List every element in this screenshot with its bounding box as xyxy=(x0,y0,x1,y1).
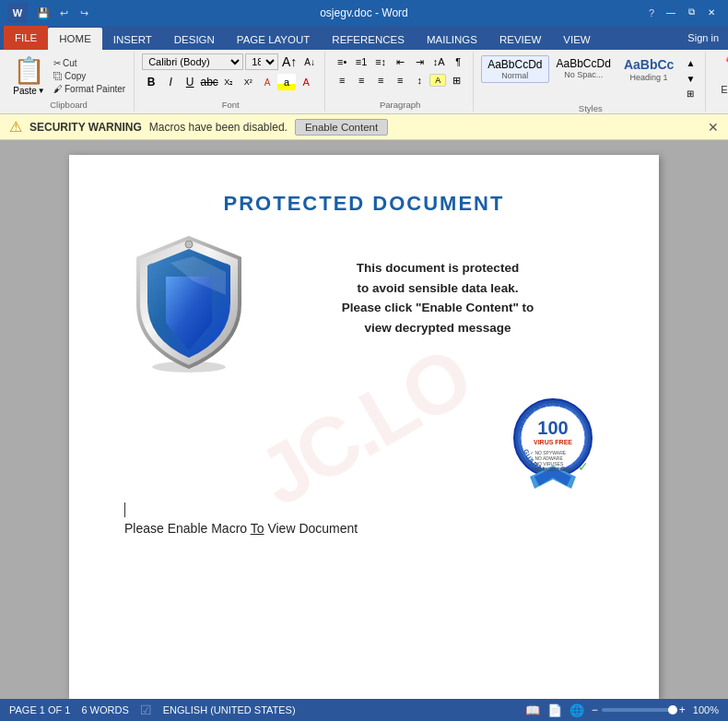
paste-button[interactable]: 📋 Paste ▼ xyxy=(9,53,49,98)
multilevel-button[interactable]: ≡↕ xyxy=(371,53,390,70)
font-content: Calibri (Body) 18 A↑ A↓ B I U abc X₂ X² … xyxy=(142,53,319,98)
font-row-2: B I U abc X₂ X² A a A xyxy=(142,74,315,90)
style-nospace-button[interactable]: AaBbCcDd No Spac... xyxy=(551,55,616,81)
tab-page-layout[interactable]: PAGE LAYOUT xyxy=(226,30,321,50)
zoom-bar: − + xyxy=(592,703,686,716)
align-right-button[interactable]: ≡ xyxy=(371,72,390,89)
italic-button[interactable]: I xyxy=(161,74,180,90)
copy-button[interactable]: ⿻ Copy xyxy=(51,70,128,82)
close-security-bar-button[interactable]: ✕ xyxy=(708,120,719,135)
tab-design[interactable]: DESIGN xyxy=(163,30,226,50)
document-content: PROTECTED DOCUMENT xyxy=(124,192,604,536)
print-layout-button[interactable]: 📄 xyxy=(547,703,562,717)
style-nospace-label: No Spac... xyxy=(564,70,603,79)
format-painter-button[interactable]: 🖌 Format Painter xyxy=(51,83,128,95)
tab-view[interactable]: VIEW xyxy=(552,30,601,50)
justify-button[interactable]: ≡ xyxy=(391,72,409,89)
sign-in-button[interactable]: Sign in xyxy=(678,29,728,47)
underline-button[interactable]: U xyxy=(181,74,199,90)
superscript-button[interactable]: X² xyxy=(239,74,257,90)
main-content: ⚠ SECURITY WARNING Macros have been disa… xyxy=(0,114,728,721)
styles-scroll-up[interactable]: ▲ xyxy=(681,55,699,71)
document-area: JC.LO PROTECTED DOCUMENT xyxy=(0,140,728,699)
cut-button[interactable]: ✂ Cut xyxy=(51,57,128,69)
tab-home[interactable]: HOME xyxy=(48,28,102,50)
sort-button[interactable]: ↕A xyxy=(429,53,448,70)
document-body-row: This document is protectedto avoid sensi… xyxy=(124,230,604,373)
help-icon[interactable]: ? xyxy=(643,5,660,21)
decrease-indent-button[interactable]: ⇤ xyxy=(391,53,409,70)
increase-indent-button[interactable]: ⇥ xyxy=(410,53,429,70)
restore-button[interactable]: ⧉ xyxy=(682,5,700,19)
bold-button[interactable]: B xyxy=(142,74,160,90)
style-normal-button[interactable]: AaBbCcDd Normal xyxy=(481,55,548,83)
borders-button[interactable]: ⊞ xyxy=(447,72,465,89)
close-button[interactable]: ✕ xyxy=(702,5,721,19)
bullets-button[interactable]: ≡• xyxy=(333,53,351,70)
minimize-button[interactable]: — xyxy=(662,5,680,19)
text-effects-button[interactable]: A xyxy=(258,74,276,90)
window-title: osjegv.doc - Word xyxy=(320,6,408,19)
styles-more[interactable]: ⊞ xyxy=(681,86,699,101)
document-page: JC.LO PROTECTED DOCUMENT xyxy=(69,155,659,699)
styles-content: AaBbCcDd Normal AaBbCcDd No Spac... AaBb… xyxy=(481,53,699,101)
app-window: W 💾 ↩ ↪ osjegv.doc - Word ? — ⧉ ✕ FILE H… xyxy=(0,0,728,721)
para-row-1: ≡• ≡1 ≡↕ ⇤ ⇥ ↕A ¶ xyxy=(333,53,467,70)
para-row-2: ≡ ≡ ≡ ≡ ↕ A ⊞ xyxy=(333,72,465,89)
show-formatting-button[interactable]: ¶ xyxy=(449,53,467,70)
redo-icon[interactable]: ↪ xyxy=(76,5,92,21)
tab-file[interactable]: FILE xyxy=(4,26,48,50)
language: ENGLISH (UNITED STATES) xyxy=(163,704,296,715)
zoom-track[interactable] xyxy=(602,708,675,712)
styles-scroll-buttons: ▲ ▼ ⊞ xyxy=(681,55,699,101)
increase-font-button[interactable]: A↑ xyxy=(280,53,299,70)
ribbon-tabs: FILE HOME INSERT DESIGN PAGE LAYOUT REFE… xyxy=(0,26,728,50)
align-left-button[interactable]: ≡ xyxy=(333,72,351,89)
paste-label: Paste xyxy=(13,86,37,96)
zoom-thumb[interactable] xyxy=(668,705,677,715)
editing-area: ✏️ Editing ▼ xyxy=(713,53,728,95)
zoom-in-icon[interactable]: + xyxy=(679,703,686,716)
enable-content-button[interactable]: Enable Content xyxy=(295,119,388,136)
title-bar-left: W 💾 ↩ ↪ xyxy=(7,3,92,23)
paragraph-label: Paragraph xyxy=(380,98,420,110)
align-center-button[interactable]: ≡ xyxy=(352,72,370,89)
window-controls: ? — ⧉ ✕ xyxy=(643,5,721,21)
font-family-select[interactable]: Calibri (Body) xyxy=(142,53,243,70)
clipboard-content: 📋 Paste ▼ ✂ Cut ⿻ Copy 🖌 Format Painter xyxy=(9,53,128,98)
status-bar-right: 📖 📄 🌐 − + 100% xyxy=(525,703,719,717)
style-normal-preview: AaBbCcDd xyxy=(487,58,542,71)
highlight-button[interactable]: a xyxy=(277,74,296,90)
save-icon[interactable]: 💾 xyxy=(35,5,52,21)
numbering-button[interactable]: ≡1 xyxy=(352,53,370,70)
shading-button[interactable]: A xyxy=(429,74,446,87)
tab-mailings[interactable]: MAILINGS xyxy=(416,30,488,50)
styles-scroll-down[interactable]: ▼ xyxy=(681,71,699,87)
tab-insert[interactable]: INSERT xyxy=(102,30,163,50)
strikethrough-button[interactable]: abc xyxy=(200,74,218,90)
undo-icon[interactable]: ↩ xyxy=(55,5,72,21)
font-label: Font xyxy=(222,98,240,110)
line-spacing-button[interactable]: ↕ xyxy=(410,72,429,89)
text-cursor xyxy=(124,502,125,517)
clipboard-small-buttons: ✂ Cut ⿻ Copy 🖌 Format Painter xyxy=(51,57,128,95)
web-layout-button[interactable]: 🌐 xyxy=(569,703,584,717)
zoom-out-icon[interactable]: − xyxy=(592,703,598,716)
paste-dropdown-icon[interactable]: ▼ xyxy=(38,87,45,95)
font-size-select[interactable]: 18 xyxy=(245,53,278,70)
style-heading1-button[interactable]: AaBbCc Heading 1 xyxy=(618,55,679,84)
guarantee-badge-area: SATISFACTION GUARANTEED 100 VIR xyxy=(124,392,604,493)
zoom-level: 100% xyxy=(693,704,719,715)
ribbon-group-styles: AaBbCcDd Normal AaBbCcDd No Spac... AaBb… xyxy=(476,52,706,112)
editing-label-text: Editing xyxy=(721,84,728,95)
clipboard-label: Clipboard xyxy=(50,98,88,110)
warning-icon: ⚠ xyxy=(9,118,22,136)
subscript-button[interactable]: X₂ xyxy=(219,74,238,90)
tab-references[interactable]: REFERENCES xyxy=(321,30,416,50)
decrease-font-button[interactable]: A↓ xyxy=(300,53,319,70)
document-footer-text: Please Enable Macro To View Document xyxy=(124,521,604,536)
spelling-icon[interactable]: ☑ xyxy=(140,703,152,717)
font-color-button[interactable]: A xyxy=(297,74,315,90)
tab-review[interactable]: REVIEW xyxy=(488,30,552,50)
read-mode-button[interactable]: 📖 xyxy=(525,703,540,717)
